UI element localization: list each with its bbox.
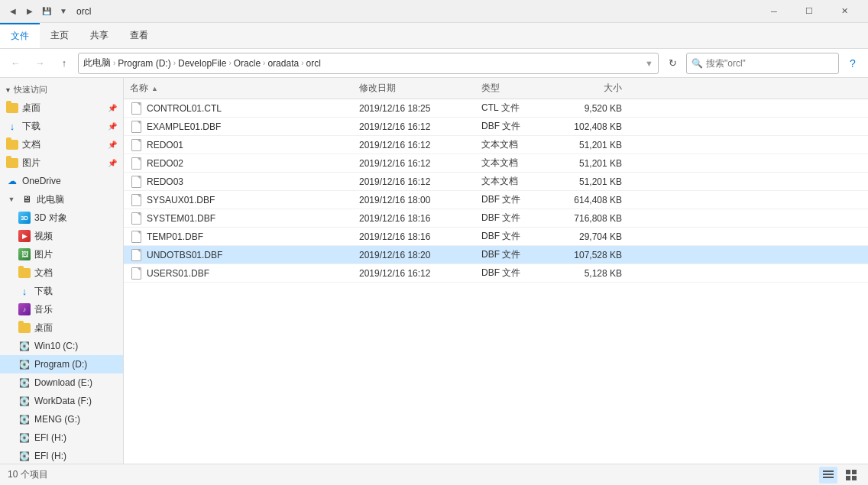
table-row[interactable]: UNDOTBS01.DBF 2019/12/16 18:20 DBF 文件 10…	[124, 246, 868, 264]
sidebar-item-documents[interactable]: 文档 📌	[0, 135, 123, 154]
music-icon: ♪	[18, 303, 31, 315]
file-name-label: REDO02	[147, 158, 183, 169]
col-header-date[interactable]: 修改日期	[353, 78, 475, 99]
pictures-folder-icon	[6, 157, 18, 169]
sidebar-item-onedrive[interactable]: ☁ OneDrive	[0, 172, 123, 190]
sidebar-label-thispc: 此电脑	[37, 193, 64, 206]
refresh-button[interactable]: ↻	[662, 53, 683, 74]
sidebar-item-downloads2[interactable]: ↓ 下载	[0, 282, 123, 300]
pin-icon-download: 📌	[108, 122, 117, 131]
sidebar-item-images[interactable]: 🖼 图片	[0, 245, 123, 264]
breadcrumb[interactable]: 此电脑 › Program (D:) › DevelopFile › Oracl…	[78, 53, 659, 74]
images-icon: 🖼	[18, 248, 31, 260]
sidebar-item-programd[interactable]: 💽 Program (D:)	[0, 355, 123, 373]
details-view-button[interactable]	[819, 467, 837, 483]
maximize-button[interactable]: ☐	[792, 0, 827, 23]
sidebar-item-win10c[interactable]: 💽 Win10 (C:)	[0, 337, 123, 355]
file-date-cell: 2019/12/16 16:12	[353, 176, 475, 187]
save-icon: 💾	[40, 5, 53, 18]
file-name-cell: REDO01	[124, 139, 353, 151]
col-header-type[interactable]: 类型	[475, 78, 552, 99]
sidebar-item-3dobjects[interactable]: 3D 3D 对象	[0, 209, 123, 227]
sidebar-label-downloads2: 下载	[34, 285, 53, 298]
table-row[interactable]: EXAMPLE01.DBF 2019/12/16 16:12 DBF 文件 10…	[124, 118, 868, 136]
breadcrumb-orcl[interactable]: orcl	[306, 58, 320, 69]
file-list-container: 名称 ▲ 修改日期 类型 大小 CONTROL01.CTL 2019/12/16…	[124, 78, 868, 464]
sidebar-item-thispc[interactable]: ▼ 🖥 此电脑	[0, 190, 123, 209]
downloads2-icon: ↓	[18, 285, 31, 297]
breadcrumb-developfile[interactable]: DevelopFile	[178, 58, 226, 69]
close-button[interactable]: ✕	[827, 0, 862, 23]
breadcrumb-this-pc[interactable]: 此电脑	[83, 57, 111, 70]
thispc-expand-icon: ▼	[6, 194, 17, 205]
file-size-cell: 9,520 KB	[552, 103, 628, 114]
docs-icon	[18, 267, 31, 279]
table-row[interactable]: SYSAUX01.DBF 2019/12/16 18:00 DBF 文件 614…	[124, 191, 868, 209]
sidebar-item-downloade[interactable]: 💽 Download (E:)	[0, 373, 123, 392]
file-size-cell: 102,408 KB	[552, 121, 628, 132]
quick-access-header[interactable]: ▼ 快速访问	[0, 81, 123, 99]
file-name-cell: EXAMPLE01.DBF	[124, 121, 353, 133]
sidebar-label-mengg: MENG (G:)	[34, 414, 80, 425]
sidebar-item-pictures[interactable]: 图片 📌	[0, 154, 123, 172]
file-name-label: USERS01.DBF	[147, 268, 209, 279]
sidebar-item-download[interactable]: ↓ 下载 📌	[0, 117, 123, 135]
file-date-cell: 2019/12/16 16:12	[353, 268, 475, 279]
file-type-cell: DBF 文件	[475, 267, 552, 280]
sidebar-label-desktop2: 桌面	[34, 322, 53, 335]
tab-home[interactable]: 主页	[40, 23, 79, 48]
file-date-cell: 2019/12/16 16:12	[353, 121, 475, 132]
nav-back-button[interactable]: ←	[5, 53, 26, 74]
table-row[interactable]: TEMP01.DBF 2019/12/16 18:16 DBF 文件 29,70…	[124, 228, 868, 246]
sidebar-label-desktop: 桌面	[22, 102, 40, 115]
file-icon	[130, 121, 142, 133]
file-type-cell: 文本文档	[475, 175, 552, 188]
file-name-cell: USERS01.DBF	[124, 267, 353, 280]
file-size-cell: 716,808 KB	[552, 213, 628, 224]
nav-up-button[interactable]: ↑	[53, 53, 75, 74]
file-date-cell: 2019/12/16 18:00	[353, 195, 475, 205]
table-row[interactable]: REDO03 2019/12/16 16:12 文本文档 51,201 KB	[124, 173, 868, 191]
sidebar-item-desktop2[interactable]: 桌面	[0, 318, 123, 337]
title-bar-icons: ◀ ▶ 💾 ▼	[6, 5, 70, 18]
breadcrumb-oradata[interactable]: oradata	[267, 58, 299, 69]
sidebar-item-efih2[interactable]: 💽 EFI (H:)	[0, 447, 123, 464]
sidebar-item-music[interactable]: ♪ 音乐	[0, 300, 123, 318]
sidebar-label-download: 下载	[22, 120, 40, 133]
table-row[interactable]: USERS01.DBF 2019/12/16 16:12 DBF 文件 5,12…	[124, 264, 868, 283]
sidebar-item-mengg[interactable]: 💽 MENG (G:)	[0, 410, 123, 428]
downloade-drive-icon: 💽	[18, 377, 31, 389]
sidebar-item-docs[interactable]: 文档	[0, 264, 123, 282]
file-date-cell: 2019/12/16 18:16	[353, 231, 475, 242]
forward-icon: ▶	[23, 5, 37, 18]
search-input[interactable]	[706, 58, 834, 69]
help-button[interactable]: ?	[842, 53, 863, 74]
nav-forward-button[interactable]: →	[29, 53, 50, 74]
table-row[interactable]: SYSTEM01.DBF 2019/12/16 18:16 DBF 文件 716…	[124, 209, 868, 228]
sidebar-item-efih[interactable]: 💽 EFI (H:)	[0, 428, 123, 447]
tab-view[interactable]: 查看	[119, 23, 159, 48]
tab-share[interactable]: 共享	[79, 23, 119, 48]
breadcrumb-dropdown[interactable]: ▼	[645, 59, 653, 68]
sidebar-item-workdataf[interactable]: 💽 WorkData (F:)	[0, 392, 123, 410]
sidebar-label-pictures: 图片	[22, 157, 40, 170]
file-icon	[130, 102, 142, 115]
table-row[interactable]: REDO01 2019/12/16 16:12 文本文档 51,201 KB	[124, 136, 868, 154]
tab-file[interactable]: 文件	[0, 23, 40, 48]
breadcrumb-oracle[interactable]: Oracle	[234, 58, 261, 69]
sidebar-item-videos[interactable]: ▶ 视频	[0, 227, 123, 245]
col-header-name[interactable]: 名称 ▲	[124, 78, 353, 99]
search-bar[interactable]: 🔍	[686, 53, 839, 74]
desktop-folder-icon	[6, 102, 18, 114]
sidebar-item-desktop[interactable]: 桌面 📌	[0, 99, 123, 117]
large-icons-view-button[interactable]	[842, 467, 860, 483]
table-row[interactable]: CONTROL01.CTL 2019/12/16 18:25 CTL 文件 9,…	[124, 99, 868, 118]
minimize-button[interactable]: ─	[756, 0, 792, 23]
sidebar-label-efih: EFI (H:)	[34, 432, 66, 443]
sort-arrow-name: ▲	[151, 85, 158, 92]
file-name-label: REDO03	[147, 176, 183, 187]
table-row[interactable]: REDO02 2019/12/16 16:12 文本文档 51,201 KB	[124, 154, 868, 173]
col-header-size[interactable]: 大小	[552, 78, 628, 99]
file-name-cell: SYSTEM01.DBF	[124, 212, 353, 225]
breadcrumb-program-d[interactable]: Program (D:)	[118, 58, 170, 69]
